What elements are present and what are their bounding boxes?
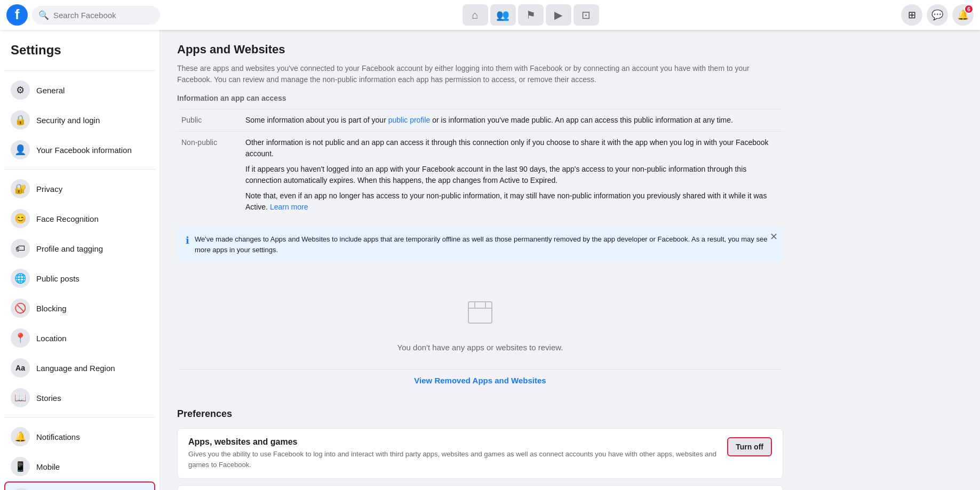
search-input[interactable] bbox=[53, 11, 154, 20]
sidebar-label-notifications: Notifications bbox=[36, 432, 80, 441]
nonpublic-text: Other information is not public and an a… bbox=[241, 132, 783, 219]
empty-state: You don't have any apps or websites to r… bbox=[177, 275, 783, 369]
sidebar-item-apps-websites[interactable]: ⊞ Apps and Websites bbox=[4, 481, 155, 490]
sidebar-item-facebook-info[interactable]: 👤 Your Facebook information bbox=[4, 135, 155, 165]
learn-more-link[interactable]: Learn more bbox=[270, 203, 308, 211]
language-icon: Aa bbox=[11, 358, 30, 377]
svg-rect-2 bbox=[468, 302, 492, 323]
page-layout: Settings ⚙ General 🔒 Security and login … bbox=[0, 30, 980, 490]
sidebar-label-face-recognition: Face Recognition bbox=[36, 214, 99, 223]
sidebar-label-privacy: Privacy bbox=[36, 184, 62, 194]
nonpublic-text1: Other information is not public and an a… bbox=[245, 137, 779, 159]
location-icon: 📍 bbox=[11, 328, 30, 348]
sidebar-item-general[interactable]: ⚙ General bbox=[4, 75, 155, 105]
security-icon: 🔒 bbox=[11, 110, 30, 130]
pref-card-apps-websites-games: Apps, websites and games Gives you the a… bbox=[177, 428, 783, 479]
sidebar-label-language-region: Language and Region bbox=[36, 364, 115, 373]
general-icon: ⚙ bbox=[11, 81, 30, 100]
notifications-icon: 🔔 bbox=[11, 427, 30, 446]
info-section-label: Information an app can access bbox=[177, 94, 783, 102]
watch-nav-button[interactable]: ▶ bbox=[546, 4, 571, 26]
info-access-table: Public Some information about you is par… bbox=[177, 109, 783, 218]
apps-websites-icon: ⊞ bbox=[12, 488, 31, 490]
settings-title: Settings bbox=[4, 38, 155, 66]
sidebar-label-public-posts: Public posts bbox=[36, 274, 79, 283]
sidebar-label-mobile: Mobile bbox=[36, 462, 60, 471]
pref-name-1: Apps, websites and games bbox=[188, 437, 719, 447]
pref-card-text-1: Apps, websites and games Gives you the a… bbox=[188, 437, 719, 470]
sidebar-divider-1 bbox=[4, 70, 155, 71]
privacy-icon: 🔐 bbox=[11, 179, 30, 198]
public-posts-icon: 🌐 bbox=[11, 269, 30, 288]
empty-state-icon bbox=[464, 296, 496, 334]
info-icon: ℹ bbox=[186, 235, 189, 246]
messenger-button[interactable]: 💬 bbox=[927, 4, 948, 26]
notice-close-button[interactable]: ✕ bbox=[770, 232, 778, 242]
sidebar-item-profile-tagging[interactable]: 🏷 Profile and tagging bbox=[4, 234, 155, 263]
profile-tagging-icon: 🏷 bbox=[11, 239, 30, 258]
nonpublic-text3: Note that, even if an app no longer has … bbox=[245, 190, 779, 213]
sidebar-item-location[interactable]: 📍 Location bbox=[4, 323, 155, 353]
nonpublic-text3-before: Note that, even if an app no longer has … bbox=[245, 191, 767, 211]
sidebar-item-public-posts[interactable]: 🌐 Public posts bbox=[4, 263, 155, 293]
facebook-info-icon: 👤 bbox=[11, 140, 30, 159]
facebook-logo[interactable]: f bbox=[6, 4, 28, 26]
sidebar-divider-2 bbox=[4, 169, 155, 170]
sidebar-item-mobile[interactable]: 📱 Mobile bbox=[4, 452, 155, 481]
public-text: Some information about you is part of yo… bbox=[241, 109, 783, 132]
empty-state-text: You don't have any apps or websites to r… bbox=[397, 343, 563, 352]
page-title: Apps and Websites bbox=[177, 43, 783, 57]
main-content: Apps and Websites These are apps and web… bbox=[160, 30, 800, 490]
settings-sidebar: Settings ⚙ General 🔒 Security and login … bbox=[0, 30, 160, 490]
public-label: Public bbox=[177, 109, 241, 132]
view-removed-link[interactable]: View Removed Apps and Websites bbox=[177, 369, 783, 391]
sidebar-label-facebook-info: Your Facebook information bbox=[36, 146, 132, 155]
sidebar-item-face-recognition[interactable]: 😊 Face Recognition bbox=[4, 204, 155, 234]
preferences-title: Preferences bbox=[177, 408, 783, 420]
face-recognition-icon: 😊 bbox=[11, 209, 30, 228]
table-row-nonpublic: Non-public Other information is not publ… bbox=[177, 132, 783, 219]
table-row-public: Public Some information about you is par… bbox=[177, 109, 783, 132]
notifications-button[interactable]: 🔔 6 bbox=[952, 4, 974, 26]
marketplace-nav-button[interactable]: ⊡ bbox=[573, 4, 599, 26]
sidebar-label-location: Location bbox=[36, 334, 67, 343]
friends-nav-button[interactable]: 👥 bbox=[490, 4, 516, 26]
top-navigation: f 🔍 ⌂ 👥 ⚑ ▶ ⊡ ⊞ 💬 🔔 6 bbox=[0, 0, 980, 30]
search-bar[interactable]: 🔍 bbox=[32, 6, 160, 25]
sidebar-item-security[interactable]: 🔒 Security and login bbox=[4, 105, 155, 135]
grid-menu-button[interactable]: ⊞ bbox=[901, 4, 922, 26]
sidebar-label-profile-tagging: Profile and tagging bbox=[36, 244, 103, 253]
notice-box: ℹ We've made changes to Apps and Website… bbox=[177, 227, 783, 262]
sidebar-label-general: General bbox=[36, 86, 65, 95]
page-description: These are apps and websites you've conne… bbox=[177, 63, 783, 85]
search-icon: 🔍 bbox=[38, 10, 49, 20]
turn-off-apps-button[interactable]: Turn off bbox=[727, 437, 772, 456]
home-nav-button[interactable]: ⌂ bbox=[463, 4, 488, 26]
sidebar-item-notifications[interactable]: 🔔 Notifications bbox=[4, 422, 155, 452]
pref-card-game-app-notifications: Game and app notifications Allows notifi… bbox=[177, 485, 783, 490]
sidebar-label-stories: Stories bbox=[36, 393, 61, 403]
nonpublic-label: Non-public bbox=[177, 132, 241, 219]
mobile-icon: 📱 bbox=[11, 457, 30, 476]
svg-text:f: f bbox=[15, 6, 20, 22]
sidebar-item-stories[interactable]: 📖 Stories bbox=[4, 383, 155, 413]
nav-icons-center: ⌂ 👥 ⚑ ▶ ⊡ bbox=[164, 4, 897, 26]
sidebar-label-security: Security and login bbox=[36, 116, 100, 125]
notification-badge: 6 bbox=[964, 4, 974, 14]
sidebar-label-blocking: Blocking bbox=[36, 304, 67, 313]
public-text-before: Some information about you is part of yo… bbox=[245, 116, 388, 124]
public-profile-link[interactable]: public profile bbox=[388, 116, 431, 124]
sidebar-item-blocking[interactable]: 🚫 Blocking bbox=[4, 293, 155, 323]
topnav-right-actions: ⊞ 💬 🔔 6 bbox=[901, 4, 974, 26]
notice-text: We've made changes to Apps and Websites … bbox=[195, 234, 775, 255]
sidebar-item-language-region[interactable]: Aa Language and Region bbox=[4, 353, 155, 383]
sidebar-divider-3 bbox=[4, 417, 155, 417]
pref-desc-1: Gives you the ability to use Facebook to… bbox=[188, 449, 719, 470]
public-text-after: or is information you've made public. An… bbox=[430, 116, 733, 124]
sidebar-item-privacy[interactable]: 🔐 Privacy bbox=[4, 174, 155, 204]
pages-nav-button[interactable]: ⚑ bbox=[518, 4, 544, 26]
nonpublic-text2: If it appears you haven't logged into an… bbox=[245, 164, 779, 186]
blocking-icon: 🚫 bbox=[11, 299, 30, 318]
stories-icon: 📖 bbox=[11, 388, 30, 407]
